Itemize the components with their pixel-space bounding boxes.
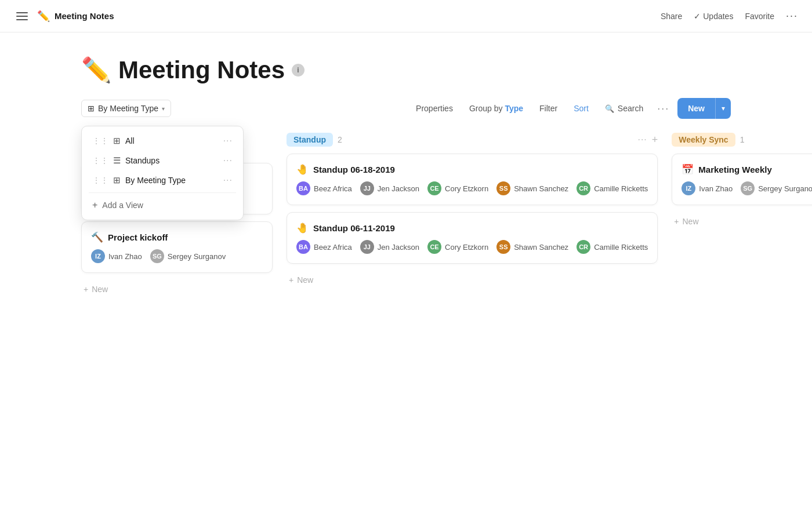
dropdown-item-more-icon[interactable]: ··· xyxy=(223,175,233,185)
weekly-count: 1 xyxy=(740,135,745,144)
more-options-button[interactable]: ··· xyxy=(786,10,798,22)
dropdown-all-label: All xyxy=(125,136,223,145)
board-icon: ⊞ xyxy=(113,175,121,185)
plus-icon: + xyxy=(289,275,293,285)
new-button[interactable]: New ▾ xyxy=(677,98,731,119)
add-view-button[interactable]: + Add a View xyxy=(82,195,243,215)
new-button-label[interactable]: New xyxy=(677,99,715,118)
new-label: New xyxy=(92,285,108,294)
person-name: Jen Jackson xyxy=(378,243,419,252)
column-options-button[interactable]: ··· xyxy=(637,134,647,145)
search-button[interactable]: 🔍 Search xyxy=(599,100,649,117)
dropdown-standups-label: Standups xyxy=(125,156,223,165)
column-tag-weekly: Weekly Sync xyxy=(672,133,735,147)
drag-handle-icon: ⋮⋮ xyxy=(92,176,108,185)
card-standup-0618[interactable]: 🤚 Standup 06-18-2019 BA Beez Africa JJ J… xyxy=(287,154,658,205)
dropdown-item-more-icon[interactable]: ··· xyxy=(223,155,233,166)
card-project-kickoff[interactable]: 🔨 Project kickoff IZ Ivan Zhao SG Sergey… xyxy=(81,221,273,273)
column-add-card-button[interactable]: + xyxy=(652,134,658,146)
card-title-text: Project kickoff xyxy=(108,232,168,242)
group-by-type: Type xyxy=(505,104,523,113)
view-selector[interactable]: ⊞ By Meeting Type ▾ xyxy=(81,100,171,117)
person-name: Sergey Surganov xyxy=(168,252,226,261)
hamburger-menu[interactable] xyxy=(14,10,30,23)
avatar: CE xyxy=(427,181,441,195)
share-button[interactable]: Share xyxy=(661,12,682,21)
left-new-button[interactable]: + New xyxy=(81,280,273,298)
avatar: CE xyxy=(427,240,441,254)
new-label: New xyxy=(683,217,699,226)
group-by-button[interactable]: Group by Type xyxy=(463,100,529,117)
page-header: ✏️ Meeting Notes i xyxy=(0,32,812,98)
board-column-weekly: Weekly Sync 1 ··· + 📅 Marketing Weekly I… xyxy=(672,133,812,298)
card-title-text: Standup 06-11-2019 xyxy=(313,223,395,233)
card-people: BA Beez Africa JJ Jen Jackson CE Cory Et… xyxy=(296,240,648,254)
avatar: SS xyxy=(496,181,510,195)
toolbar-more-button[interactable]: ··· xyxy=(654,99,673,118)
card-person: SS Shawn Sanchez xyxy=(496,240,568,254)
search-icon: 🔍 xyxy=(605,104,614,113)
avatar: SS xyxy=(496,240,510,254)
person-name: Ivan Zhao xyxy=(108,252,142,261)
topnav-right: Share ✓ Updates Favorite ··· xyxy=(661,10,798,22)
topnav-left: ✏️ Meeting Notes xyxy=(14,10,114,23)
avatar: JJ xyxy=(360,240,374,254)
card-person: CE Cory Etzkorn xyxy=(427,181,488,195)
card-person: JJ Jen Jackson xyxy=(360,240,419,254)
dropdown-divider xyxy=(89,192,236,193)
plus-icon: + xyxy=(84,285,88,294)
avatar: CR xyxy=(577,240,590,254)
person-name: Beez Africa xyxy=(314,184,352,193)
card-marketing-weekly[interactable]: 📅 Marketing Weekly IZ Ivan Zhao SG Serge… xyxy=(672,154,812,205)
drag-handle-icon: ⋮⋮ xyxy=(92,136,108,145)
person-name: Ivan Zhao xyxy=(699,184,733,193)
filter-button[interactable]: Filter xyxy=(534,100,563,117)
new-button-dropdown-arrow[interactable]: ▾ xyxy=(716,100,731,117)
board-column-standup: Standup 2 ··· + 🤚 Standup 06-18-2019 BA … xyxy=(287,133,658,298)
person-name: Shawn Sanchez xyxy=(514,243,568,252)
avatar: BA xyxy=(296,181,310,195)
dropdown-item-more-icon[interactable]: ··· xyxy=(223,136,233,146)
dropdown-item-by-type[interactable]: ⋮⋮ ⊞ By Meeting Type ··· xyxy=(84,170,241,190)
nav-title-area: ✏️ Meeting Notes xyxy=(37,10,114,23)
card-person: SG Sergey Surganov xyxy=(741,181,812,195)
column-tag-standup: Standup xyxy=(287,133,333,147)
weekly-new-button[interactable]: + New xyxy=(672,212,812,231)
card-people: BA Beez Africa JJ Jen Jackson CE Cory Et… xyxy=(296,181,648,195)
info-icon[interactable]: i xyxy=(292,64,304,77)
page-title-row: ✏️ Meeting Notes i xyxy=(81,56,731,84)
nav-pencil-icon: ✏️ xyxy=(37,10,50,23)
card-person: IZ Ivan Zhao xyxy=(682,181,733,195)
dropdown-item-all[interactable]: ⋮⋮ ⊞ All ··· xyxy=(84,131,241,151)
card-emoji: 🤚 xyxy=(296,163,309,176)
table-icon: ⊞ xyxy=(113,136,121,146)
person-name: Shawn Sanchez xyxy=(514,184,568,193)
avatar: SG xyxy=(741,181,755,195)
card-emoji: 🤚 xyxy=(296,222,309,234)
card-person: CR Camille Ricketts xyxy=(577,181,648,195)
new-label: New xyxy=(297,275,313,285)
avatar: BA xyxy=(296,240,310,254)
card-title: 🔨 Project kickoff xyxy=(91,231,263,243)
favorite-button[interactable]: Favorite xyxy=(745,12,774,21)
avatar: CR xyxy=(577,181,590,195)
plus-icon: + xyxy=(92,200,97,210)
card-person: JJ Jen Jackson xyxy=(360,181,419,195)
person-name: Beez Africa xyxy=(314,243,352,252)
standup-new-button[interactable]: + New xyxy=(287,271,658,289)
column-header-weekly: Weekly Sync 1 ··· + xyxy=(672,133,812,147)
sort-button[interactable]: Sort xyxy=(568,100,594,117)
card-title: 📅 Marketing Weekly xyxy=(682,163,812,176)
person-name: Camille Ricketts xyxy=(594,243,648,252)
dropdown-item-standups[interactable]: ⋮⋮ ☰ Standups ··· xyxy=(84,151,241,170)
updates-button[interactable]: ✓ Updates xyxy=(694,12,733,21)
card-standup-0611[interactable]: 🤚 Standup 06-11-2019 BA Beez Africa JJ J… xyxy=(287,212,658,264)
topnav: ✏️ Meeting Notes Share ✓ Updates Favorit… xyxy=(0,0,812,32)
card-people: IZ Ivan Zhao SG Sergey Surganov CR Camil… xyxy=(682,181,812,195)
card-people: IZ Ivan Zhao SG Sergey Surganov xyxy=(91,249,263,263)
avatar: SG xyxy=(150,249,164,263)
dropdown-by-type-label: By Meeting Type xyxy=(125,176,223,185)
card-emoji: 🔨 xyxy=(91,231,103,243)
view-selector-label: By Meeting Type xyxy=(98,104,158,113)
properties-button[interactable]: Properties xyxy=(410,100,459,117)
